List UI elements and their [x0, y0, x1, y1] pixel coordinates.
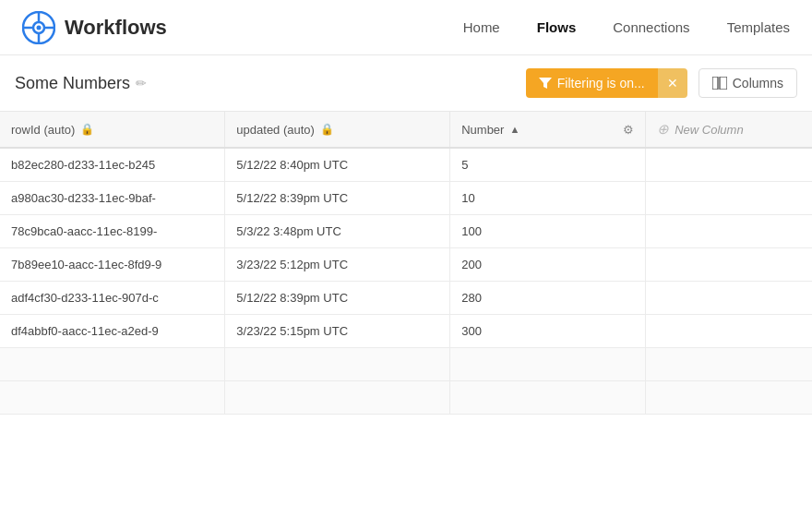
table-row[interactable]: a980ac30-d233-11ec-9baf-5/12/22 8:39pm U… — [0, 182, 812, 215]
cell-rowid: a980ac30-d233-11ec-9baf- — [0, 182, 225, 215]
cell-rowid: b82ec280-d233-11ec-b245 — [0, 148, 225, 182]
empty-row — [0, 348, 812, 381]
sort-asc-icon[interactable]: ▲ — [509, 124, 519, 135]
table-row[interactable]: 78c9bca0-aacc-11ec-8199-5/3/22 3:48pm UT… — [0, 215, 812, 248]
cell-newcol — [646, 315, 812, 348]
nav-item-templates[interactable]: Templates — [727, 16, 790, 39]
svg-rect-8 — [712, 77, 718, 90]
cell-number: 5 — [450, 148, 646, 182]
table-row[interactable]: adf4cf30-d233-11ec-907d-c5/12/22 8:39pm … — [0, 282, 812, 315]
filter-icon — [539, 77, 552, 90]
table-row[interactable]: df4abbf0-aacc-11ec-a2ed-93/23/22 5:15pm … — [0, 315, 812, 348]
col-header-newcol[interactable]: ⊕ New Column — [646, 112, 812, 148]
cell-updated: 5/3/22 3:48pm UTC — [225, 215, 450, 248]
col-header-rowid[interactable]: rowId (auto) 🔒 — [0, 112, 225, 148]
cell-number: 10 — [450, 182, 646, 215]
page-title: Some Numbers — [15, 74, 130, 93]
cell-rowid: df4abbf0-aacc-11ec-a2ed-9 — [0, 315, 225, 348]
edit-title-icon[interactable]: ✏ — [136, 76, 147, 90]
cell-newcol — [646, 282, 812, 315]
toolbar: Some Numbers ✏ Filtering is on... ✕ Colu… — [0, 55, 812, 112]
plus-circle-icon: ⊕ — [657, 121, 669, 138]
cell-number: 100 — [450, 215, 646, 248]
cell-newcol — [646, 182, 812, 215]
main-nav: Home Flows Connections Templates — [463, 16, 790, 39]
svg-point-2 — [37, 25, 42, 30]
cell-rowid: 7b89ee10-aacc-11ec-8fd9-9 — [0, 248, 225, 282]
nav-item-home[interactable]: Home — [463, 16, 500, 39]
table-body: b82ec280-d233-11ec-b2455/12/22 8:40pm UT… — [0, 148, 812, 415]
cell-updated: 5/12/22 8:40pm UTC — [225, 148, 450, 182]
cell-updated: 5/12/22 8:39pm UTC — [225, 282, 450, 315]
cell-updated: 3/23/22 5:12pm UTC — [225, 248, 450, 282]
header: Workflows Home Flows Connections Templat… — [0, 0, 812, 55]
table-row[interactable]: b82ec280-d233-11ec-b2455/12/22 8:40pm UT… — [0, 148, 812, 182]
cell-newcol — [646, 215, 812, 248]
cell-updated: 5/12/22 8:39pm UTC — [225, 182, 450, 215]
col-header-updated[interactable]: updated (auto) 🔒 — [225, 112, 450, 148]
filter-group: Filtering is on... ✕ — [526, 68, 687, 98]
svg-marker-7 — [539, 78, 552, 89]
col-header-number[interactable]: Number ▲ ⚙ — [450, 112, 646, 148]
nav-item-flows[interactable]: Flows — [537, 16, 577, 39]
cell-number: 200 — [450, 248, 646, 282]
page-title-area: Some Numbers ✏ — [15, 74, 147, 93]
svg-rect-9 — [720, 77, 727, 90]
cell-number: 300 — [450, 315, 646, 348]
table-header-row: rowId (auto) 🔒 updated (auto) 🔒 Number ▲ — [0, 112, 812, 148]
nav-item-connections[interactable]: Connections — [613, 16, 689, 39]
columns-icon — [712, 77, 727, 90]
cell-rowid: 78c9bca0-aacc-11ec-8199- — [0, 215, 225, 248]
cell-newcol — [646, 148, 812, 182]
logo-icon — [22, 11, 55, 44]
data-table: rowId (auto) 🔒 updated (auto) 🔒 Number ▲ — [0, 112, 812, 415]
cell-number: 280 — [450, 282, 646, 315]
cell-updated: 3/23/22 5:15pm UTC — [225, 315, 450, 348]
empty-row — [0, 381, 812, 415]
data-table-container: rowId (auto) 🔒 updated (auto) 🔒 Number ▲ — [0, 112, 812, 415]
columns-button[interactable]: Columns — [699, 68, 797, 98]
gear-icon-number[interactable]: ⚙ — [623, 123, 634, 137]
cell-newcol — [646, 248, 812, 282]
logo-area: Workflows — [22, 11, 167, 44]
app-title: Workflows — [65, 16, 167, 40]
filter-button[interactable]: Filtering is on... — [526, 68, 658, 98]
table-row[interactable]: 7b89ee10-aacc-11ec-8fd9-93/23/22 5:12pm … — [0, 248, 812, 282]
lock-icon-updated: 🔒 — [320, 123, 334, 136]
cell-rowid: adf4cf30-d233-11ec-907d-c — [0, 282, 225, 315]
filter-close-button[interactable]: ✕ — [658, 68, 687, 98]
lock-icon-rowid: 🔒 — [80, 123, 94, 136]
